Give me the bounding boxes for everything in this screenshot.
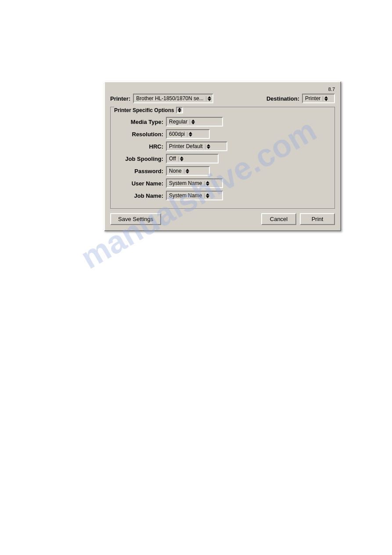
hrc-value: Printer Default [167, 142, 205, 150]
job-spooling-arrows[interactable] [178, 156, 185, 161]
printer-arrow-up[interactable] [208, 96, 211, 98]
media-type-arrow-up[interactable] [191, 120, 195, 122]
options-group-arrows[interactable] [177, 108, 182, 112]
job-spooling-value: Off [167, 155, 178, 163]
job-name-row: Job Name: System Name [115, 191, 330, 200]
destination-arrows[interactable] [323, 96, 329, 101]
job-name-value: System Name [167, 192, 204, 200]
job-spooling-row: Job Spooling: Off [115, 154, 330, 163]
options-legend: Printer Specific Options [114, 107, 183, 113]
job-name-select[interactable]: System Name [166, 191, 223, 200]
media-type-arrows[interactable] [190, 120, 196, 124]
password-value: None [167, 167, 184, 175]
user-name-arrows[interactable] [204, 181, 211, 186]
job-name-arrow-down[interactable] [206, 196, 209, 198]
destination-select[interactable]: Printer [302, 94, 335, 103]
resolution-arrow-up[interactable] [189, 132, 192, 134]
destination-label: Destination: [266, 95, 299, 102]
job-name-arrow-up[interactable] [206, 193, 209, 196]
password-arrows[interactable] [184, 169, 191, 174]
options-group-arrow-down[interactable] [178, 110, 181, 112]
version-label: 8.7 [110, 87, 335, 92]
media-type-label: Media Type: [115, 119, 163, 125]
printer-row: Printer: Brother HL-1850/1870N se... [110, 94, 213, 103]
hrc-row: HRC: Printer Default [115, 141, 330, 151]
options-group-label: Printer Specific Options [114, 107, 174, 113]
media-type-row: Media Type: Regular [115, 117, 330, 127]
user-name-row: User Name: System Name [115, 178, 330, 188]
hrc-select[interactable]: Printer Default [166, 141, 227, 151]
user-name-arrow-down[interactable] [206, 184, 209, 186]
media-type-select[interactable]: Regular [166, 117, 223, 127]
form-fields: Media Type: Regular Resolution: 600dpi [115, 117, 330, 200]
job-spooling-arrow-up[interactable] [180, 156, 183, 159]
printer-select[interactable]: Brother HL-1850/1870N se... [133, 94, 213, 103]
print-dialog: 8.7 Printer: Brother HL-1850/1870N se...… [104, 81, 341, 231]
media-type-value: Regular [167, 118, 190, 126]
hrc-arrows[interactable] [205, 144, 212, 149]
job-spooling-label: Job Spooling: [115, 156, 163, 162]
user-name-select[interactable]: System Name [166, 178, 223, 188]
printer-arrows[interactable] [206, 96, 212, 101]
password-row: Password: None [115, 166, 330, 176]
media-type-arrow-down[interactable] [191, 122, 195, 124]
job-spooling-arrow-down[interactable] [180, 159, 183, 161]
resolution-row: Resolution: 600dpi [115, 129, 330, 139]
destination-arrow-up[interactable] [324, 96, 328, 98]
destination-row: Destination: Printer [266, 94, 335, 103]
job-name-arrows[interactable] [204, 193, 211, 198]
resolution-value: 600dpi [167, 130, 187, 138]
password-arrow-down[interactable] [186, 171, 189, 174]
save-settings-button[interactable]: Save Settings [110, 213, 161, 225]
password-select[interactable]: None [166, 166, 210, 176]
user-name-value: System Name [167, 179, 204, 187]
options-group-select[interactable] [176, 107, 183, 113]
password-label: Password: [115, 168, 163, 174]
destination-value: Printer [303, 94, 323, 102]
job-name-label: Job Name: [115, 192, 163, 199]
resolution-label: Resolution: [115, 131, 163, 138]
resolution-arrows[interactable] [187, 132, 194, 137]
options-group: Printer Specific Options Media Type: Reg… [110, 107, 335, 209]
user-name-arrow-up[interactable] [206, 181, 209, 183]
options-group-arrow-up[interactable] [178, 108, 181, 110]
resolution-arrow-down[interactable] [189, 134, 192, 137]
job-spooling-select[interactable]: Off [166, 154, 219, 163]
button-row: Save Settings Cancel Print [110, 213, 335, 225]
destination-arrow-down[interactable] [324, 99, 328, 101]
cancel-button[interactable]: Cancel [261, 213, 296, 225]
user-name-label: User Name: [115, 180, 163, 187]
password-arrow-up[interactable] [186, 169, 189, 171]
printer-arrow-down[interactable] [208, 99, 211, 101]
resolution-select[interactable]: 600dpi [166, 129, 210, 139]
hrc-arrow-down[interactable] [207, 147, 210, 149]
top-row: Printer: Brother HL-1850/1870N se... Des… [110, 94, 335, 103]
printer-value: Brother HL-1850/1870N se... [134, 94, 205, 102]
right-buttons: Cancel Print [261, 213, 335, 225]
hrc-arrow-up[interactable] [207, 144, 210, 146]
print-button[interactable]: Print [300, 213, 335, 225]
hrc-label: HRC: [115, 143, 163, 150]
printer-label: Printer: [110, 95, 130, 102]
